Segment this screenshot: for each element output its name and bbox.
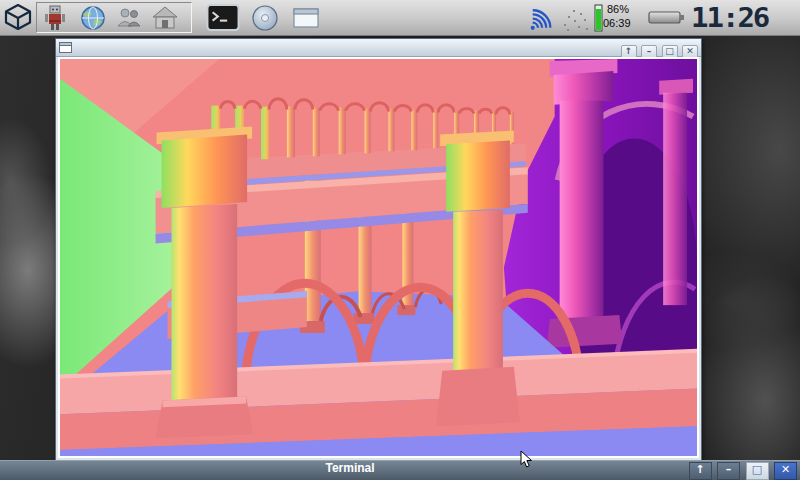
disc-icon[interactable]	[250, 4, 280, 32]
sponza-scene	[60, 59, 697, 456]
battery-time: 06:39	[603, 17, 631, 29]
mouse-cursor	[520, 450, 533, 469]
window-menu-icon[interactable]	[59, 42, 72, 53]
battery-percent: 86%	[607, 3, 629, 15]
contacts-users-icon[interactable]	[115, 4, 143, 32]
taskbar-minimize-button[interactable]: –	[717, 462, 740, 480]
taskbar-close-button[interactable]: ✕	[774, 462, 797, 480]
desktop[interactable]: { "top_panel": { "launchers": [ {"name":…	[0, 0, 800, 480]
app-window: ↑ – □ ✕	[55, 38, 702, 461]
window-content[interactable]	[58, 57, 699, 458]
taskbar-raise-button[interactable]: ↑	[689, 462, 712, 480]
signal-scatter-icon	[560, 4, 590, 32]
browser-globe-icon[interactable]	[79, 4, 107, 32]
taskbar-maximize-button[interactable]: □	[746, 462, 769, 480]
battery-icon	[648, 9, 686, 26]
panel-clock: 11:26	[691, 2, 768, 34]
wifi-signal-icon	[526, 3, 556, 32]
top-panel: 86% 06:39 11:26	[0, 0, 800, 36]
terminal-icon[interactable]	[206, 4, 240, 31]
titlebar[interactable]: ↑ – □ ✕	[56, 39, 701, 57]
cube-logo-icon[interactable]	[4, 3, 32, 31]
taskbar-active-window[interactable]: Terminal	[0, 461, 700, 480]
launcher-tray	[36, 2, 192, 33]
taskbar: Terminal ↑ – □ ✕	[0, 460, 800, 480]
home-icon[interactable]	[151, 4, 179, 32]
window-switcher-icon[interactable]	[292, 6, 320, 30]
robot-icon[interactable]	[41, 4, 69, 32]
